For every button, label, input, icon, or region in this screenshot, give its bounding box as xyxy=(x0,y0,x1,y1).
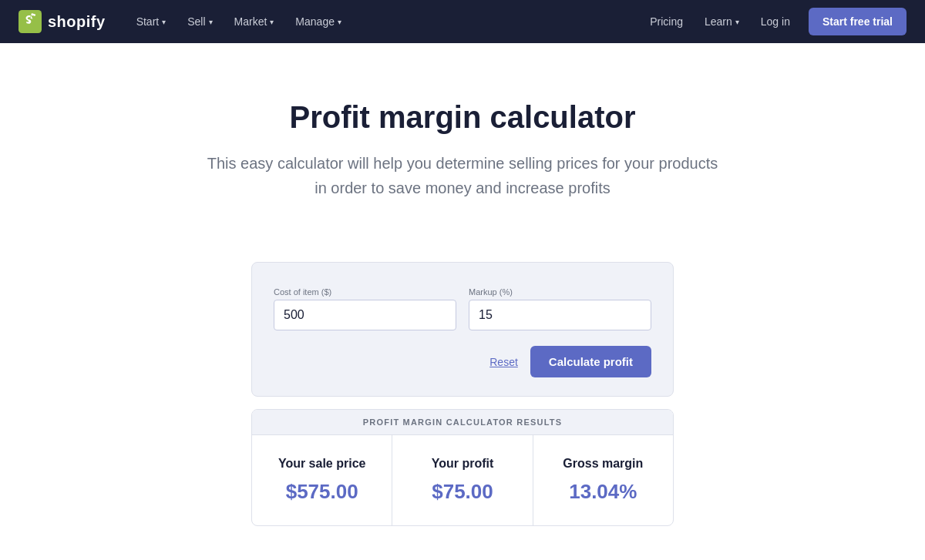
calculate-button[interactable]: Calculate profit xyxy=(530,346,651,377)
calculator-inputs: Cost of item ($) Markup (%) xyxy=(274,287,651,330)
nav-pricing[interactable]: Pricing xyxy=(641,9,692,34)
results-row: Your sale price $575.00 Your profit $75.… xyxy=(252,435,673,525)
sale-price-label: Your sale price xyxy=(264,457,379,471)
chevron-down-icon: ▾ xyxy=(162,18,166,26)
profit-cell: Your profit $75.00 xyxy=(392,435,533,525)
nav-left: Start ▾ Sell ▾ Market ▾ Manage ▾ xyxy=(127,9,641,34)
reset-button[interactable]: Reset xyxy=(489,356,518,368)
chevron-down-icon: ▾ xyxy=(270,18,274,26)
logo-text: shopify xyxy=(48,13,106,31)
profit-label: Your profit xyxy=(405,457,520,471)
logo[interactable]: shopify xyxy=(18,10,106,33)
markup-input-group: Markup (%) xyxy=(469,287,651,330)
profit-value: $75.00 xyxy=(405,480,520,504)
nav-right: Pricing Learn ▾ Log in Start free trial xyxy=(641,8,906,35)
markup-label: Markup (%) xyxy=(469,287,651,297)
chevron-down-icon: ▾ xyxy=(338,18,341,26)
gross-margin-value: 13.04% xyxy=(546,480,661,504)
gross-margin-cell: Gross margin 13.04% xyxy=(533,435,673,525)
gross-margin-label: Gross margin xyxy=(546,457,661,471)
nav-learn[interactable]: Learn ▾ xyxy=(695,9,748,34)
nav-login[interactable]: Log in xyxy=(752,9,799,34)
calculator-card: Cost of item ($) Markup (%) Reset Calcul… xyxy=(251,262,674,397)
calculator-section: Cost of item ($) Markup (%) Reset Calcul… xyxy=(239,262,686,397)
nav-market[interactable]: Market ▾ xyxy=(225,9,284,34)
results-header: PROFIT MARGIN CALCULATOR RESULTS xyxy=(252,410,673,435)
sale-price-value: $575.00 xyxy=(264,480,379,504)
results-card: PROFIT MARGIN CALCULATOR RESULTS Your sa… xyxy=(251,409,674,526)
markup-input[interactable] xyxy=(469,300,651,330)
cost-label: Cost of item ($) xyxy=(274,287,456,297)
calculator-actions: Reset Calculate profit xyxy=(274,346,651,377)
nav-manage[interactable]: Manage ▾ xyxy=(286,9,351,34)
cost-input[interactable] xyxy=(274,300,456,330)
nav-sell[interactable]: Sell ▾ xyxy=(178,9,221,34)
nav-start[interactable]: Start ▾ xyxy=(127,9,176,34)
results-section: PROFIT MARGIN CALCULATOR RESULTS Your sa… xyxy=(239,409,686,526)
hero-subtitle: This easy calculator will help you deter… xyxy=(200,151,725,200)
chevron-down-icon: ▾ xyxy=(209,18,213,26)
start-trial-button[interactable]: Start free trial xyxy=(809,8,906,35)
navigation: shopify Start ▾ Sell ▾ Market ▾ Manage ▾… xyxy=(0,0,925,43)
sale-price-cell: Your sale price $575.00 xyxy=(252,435,392,525)
page-title: Profit margin calculator xyxy=(173,99,752,136)
chevron-down-icon: ▾ xyxy=(735,18,739,26)
hero-section: Profit margin calculator This easy calcu… xyxy=(154,43,771,231)
cost-input-group: Cost of item ($) xyxy=(274,287,456,330)
shopify-logo-icon xyxy=(18,10,42,33)
